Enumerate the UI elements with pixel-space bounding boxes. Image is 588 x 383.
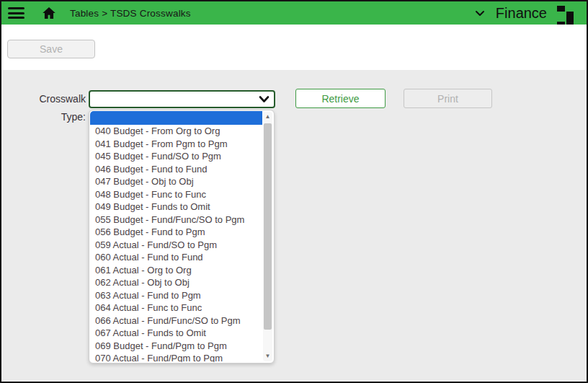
save-button[interactable]: Save <box>7 40 95 58</box>
dropdown-option[interactable] <box>90 111 262 125</box>
app-grid-icon[interactable] <box>557 6 574 21</box>
home-icon[interactable] <box>42 6 56 20</box>
scrollbar-thumb[interactable] <box>264 123 272 330</box>
dropdown-option[interactable]: 070 Actual - Fund/Pgm to Pgm <box>90 352 262 362</box>
dropdown-option[interactable]: 048 Budget - Func to Func <box>90 188 262 201</box>
crosswalk-type-select[interactable] <box>89 90 275 108</box>
scroll-down-icon[interactable]: ▼ <box>263 351 272 361</box>
scroll-up-icon[interactable]: ▲ <box>263 112 272 122</box>
dropdown-option[interactable]: 061 Actual - Org to Org <box>90 264 262 277</box>
crosswalk-type-label: Crosswalk Type: <box>14 90 86 108</box>
action-toolbar: Save <box>1 25 587 70</box>
chevron-down-icon[interactable] <box>474 7 486 19</box>
top-nav-bar: Tables > TSDS Crosswalks Finance <box>1 1 587 25</box>
dropdown-option[interactable]: 045 Budget - Fund/SO to Pgm <box>90 150 262 163</box>
dropdown-option[interactable]: 067 Actual - Funds to Omit <box>90 327 262 340</box>
dropdown-option[interactable]: 064 Actual - Func to Func <box>90 301 262 314</box>
dropdown-option[interactable]: 063 Actual - Fund to Pgm <box>90 289 262 302</box>
crosswalk-type-dropdown: 040 Budget - From Org to Org041 Budget -… <box>89 110 275 364</box>
app-window: Tables > TSDS Crosswalks Finance Save Cr… <box>0 0 588 383</box>
dropdown-option[interactable]: 056 Budget - Fund to Pgm <box>90 226 262 239</box>
dropdown-option[interactable]: 066 Actual - Fund/Func/SO to Pgm <box>90 314 262 327</box>
dropdown-option[interactable]: 041 Budget - From Pgm to Pgm <box>90 138 262 151</box>
dropdown-option[interactable]: 046 Budget - Fund to Fund <box>90 163 262 176</box>
dropdown-option[interactable]: 049 Budget - Funds to Omit <box>90 201 262 213</box>
dropdown-scrollbar[interactable]: ▲ ▼ <box>263 112 272 361</box>
select-chevron-icon <box>259 95 270 103</box>
header-right-group: Finance <box>474 5 587 22</box>
dropdown-option[interactable]: 055 Budget - Fund/Func/SO to Pgm <box>90 213 262 226</box>
dropdown-option[interactable]: 069 Budget - Fund/Pgm to Pgm <box>90 340 262 353</box>
print-button[interactable]: Print <box>404 89 492 108</box>
breadcrumb: Tables > TSDS Crosswalks <box>70 8 191 19</box>
dropdown-option[interactable]: 060 Actual - Fund to Fund <box>90 251 262 264</box>
hamburger-menu-icon[interactable] <box>8 7 24 19</box>
dropdown-option[interactable]: 040 Budget - From Org to Org <box>90 125 262 138</box>
dropdown-option[interactable]: 059 Actual - Fund/SO to Pgm <box>90 239 262 252</box>
retrieve-button[interactable]: Retrieve <box>295 89 386 108</box>
app-name: Finance <box>496 5 547 22</box>
dropdown-option[interactable]: 047 Budget - Obj to Obj <box>90 175 262 188</box>
dropdown-option-list: 040 Budget - From Org to Org041 Budget -… <box>90 111 262 362</box>
dropdown-option[interactable]: 062 Actual - Obj to Obj <box>90 276 262 289</box>
